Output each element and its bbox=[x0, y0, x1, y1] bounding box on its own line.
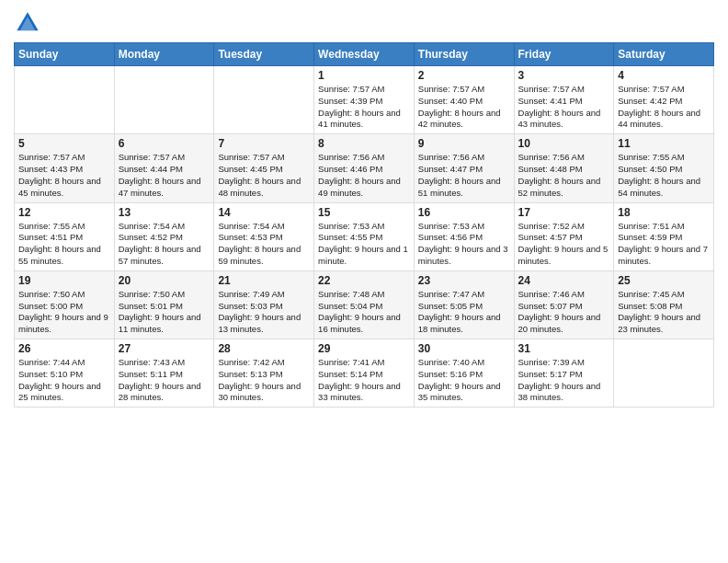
calendar-week-4: 19Sunrise: 7:50 AM Sunset: 5:00 PM Dayli… bbox=[15, 270, 714, 339]
calendar-week-3: 12Sunrise: 7:55 AM Sunset: 4:51 PM Dayli… bbox=[15, 202, 714, 270]
day-info: Sunrise: 7:41 AM Sunset: 5:14 PM Dayligh… bbox=[318, 357, 410, 404]
day-info: Sunrise: 7:52 AM Sunset: 4:57 PM Dayligh… bbox=[518, 221, 610, 268]
day-number: 31 bbox=[518, 342, 610, 355]
calendar-week-2: 5Sunrise: 7:57 AM Sunset: 4:43 PM Daylig… bbox=[15, 134, 714, 202]
day-info: Sunrise: 7:57 AM Sunset: 4:44 PM Dayligh… bbox=[119, 152, 210, 199]
calendar-cell: 12Sunrise: 7:55 AM Sunset: 4:51 PM Dayli… bbox=[15, 202, 115, 270]
day-info: Sunrise: 7:51 AM Sunset: 4:59 PM Dayligh… bbox=[618, 221, 710, 268]
day-number: 23 bbox=[418, 274, 510, 287]
day-info: Sunrise: 7:54 AM Sunset: 4:52 PM Dayligh… bbox=[119, 221, 210, 268]
calendar-cell: 14Sunrise: 7:54 AM Sunset: 4:53 PM Dayli… bbox=[214, 202, 314, 270]
day-info: Sunrise: 7:50 AM Sunset: 5:01 PM Dayligh… bbox=[119, 289, 210, 336]
calendar-week-5: 26Sunrise: 7:44 AM Sunset: 5:10 PM Dayli… bbox=[15, 339, 714, 408]
day-number: 2 bbox=[418, 69, 510, 82]
day-number: 7 bbox=[218, 137, 310, 150]
day-number: 22 bbox=[318, 274, 410, 287]
calendar-cell: 6Sunrise: 7:57 AM Sunset: 4:44 PM Daylig… bbox=[114, 134, 214, 202]
calendar-cell: 7Sunrise: 7:57 AM Sunset: 4:45 PM Daylig… bbox=[214, 134, 314, 202]
day-number: 19 bbox=[18, 274, 110, 287]
day-info: Sunrise: 7:42 AM Sunset: 5:13 PM Dayligh… bbox=[218, 357, 310, 404]
calendar-cell: 4Sunrise: 7:57 AM Sunset: 4:42 PM Daylig… bbox=[614, 66, 714, 134]
day-number: 26 bbox=[18, 342, 110, 355]
calendar-cell: 9Sunrise: 7:56 AM Sunset: 4:47 PM Daylig… bbox=[414, 134, 514, 202]
day-info: Sunrise: 7:57 AM Sunset: 4:42 PM Dayligh… bbox=[618, 84, 710, 131]
day-number: 18 bbox=[618, 206, 710, 219]
day-number: 30 bbox=[418, 342, 510, 355]
calendar-cell: 31Sunrise: 7:39 AM Sunset: 5:17 PM Dayli… bbox=[514, 339, 614, 408]
calendar-cell: 20Sunrise: 7:50 AM Sunset: 5:01 PM Dayli… bbox=[114, 270, 214, 339]
day-header-thursday: Thursday bbox=[414, 43, 514, 66]
day-number: 27 bbox=[119, 342, 210, 355]
day-number: 21 bbox=[218, 274, 310, 287]
page: SundayMondayTuesdayWednesdayThursdayFrid… bbox=[0, 0, 728, 417]
calendar-cell: 28Sunrise: 7:42 AM Sunset: 5:13 PM Dayli… bbox=[214, 339, 314, 408]
day-info: Sunrise: 7:50 AM Sunset: 5:00 PM Dayligh… bbox=[18, 289, 110, 336]
calendar-cell bbox=[15, 66, 115, 134]
calendar-table: SundayMondayTuesdayWednesdayThursdayFrid… bbox=[14, 42, 714, 408]
calendar-cell: 1Sunrise: 7:57 AM Sunset: 4:39 PM Daylig… bbox=[314, 66, 415, 134]
calendar-cell: 8Sunrise: 7:56 AM Sunset: 4:46 PM Daylig… bbox=[314, 134, 415, 202]
day-number: 13 bbox=[119, 206, 210, 219]
day-number: 6 bbox=[119, 137, 210, 150]
day-info: Sunrise: 7:56 AM Sunset: 4:47 PM Dayligh… bbox=[418, 152, 510, 199]
day-info: Sunrise: 7:55 AM Sunset: 4:50 PM Dayligh… bbox=[618, 152, 710, 199]
day-number: 1 bbox=[318, 69, 410, 82]
day-number: 14 bbox=[218, 206, 310, 219]
day-info: Sunrise: 7:48 AM Sunset: 5:04 PM Dayligh… bbox=[318, 289, 410, 336]
day-header-friday: Friday bbox=[514, 43, 614, 66]
day-number: 29 bbox=[318, 342, 410, 355]
calendar-cell: 5Sunrise: 7:57 AM Sunset: 4:43 PM Daylig… bbox=[15, 134, 115, 202]
day-number: 11 bbox=[618, 137, 710, 150]
day-info: Sunrise: 7:49 AM Sunset: 5:03 PM Dayligh… bbox=[218, 289, 310, 336]
day-number: 17 bbox=[518, 206, 610, 219]
calendar-cell: 18Sunrise: 7:51 AM Sunset: 4:59 PM Dayli… bbox=[614, 202, 714, 270]
calendar-cell: 2Sunrise: 7:57 AM Sunset: 4:40 PM Daylig… bbox=[414, 66, 514, 134]
day-info: Sunrise: 7:45 AM Sunset: 5:08 PM Dayligh… bbox=[618, 289, 710, 336]
day-info: Sunrise: 7:57 AM Sunset: 4:41 PM Dayligh… bbox=[518, 84, 610, 131]
day-number: 9 bbox=[418, 137, 510, 150]
calendar-cell: 17Sunrise: 7:52 AM Sunset: 4:57 PM Dayli… bbox=[514, 202, 614, 270]
day-number: 5 bbox=[18, 137, 110, 150]
calendar-cell: 29Sunrise: 7:41 AM Sunset: 5:14 PM Dayli… bbox=[314, 339, 415, 408]
day-info: Sunrise: 7:44 AM Sunset: 5:10 PM Dayligh… bbox=[18, 357, 110, 404]
day-info: Sunrise: 7:54 AM Sunset: 4:53 PM Dayligh… bbox=[218, 221, 310, 268]
day-number: 4 bbox=[618, 69, 710, 82]
day-info: Sunrise: 7:56 AM Sunset: 4:46 PM Dayligh… bbox=[318, 152, 410, 199]
day-header-monday: Monday bbox=[114, 43, 214, 66]
day-number: 24 bbox=[518, 274, 610, 287]
day-info: Sunrise: 7:57 AM Sunset: 4:45 PM Dayligh… bbox=[218, 152, 310, 199]
day-header-tuesday: Tuesday bbox=[214, 43, 314, 66]
calendar-cell: 22Sunrise: 7:48 AM Sunset: 5:04 PM Dayli… bbox=[314, 270, 415, 339]
calendar-cell: 23Sunrise: 7:47 AM Sunset: 5:05 PM Dayli… bbox=[414, 270, 514, 339]
calendar-cell: 15Sunrise: 7:53 AM Sunset: 4:55 PM Dayli… bbox=[314, 202, 415, 270]
day-info: Sunrise: 7:57 AM Sunset: 4:39 PM Dayligh… bbox=[318, 84, 410, 131]
day-info: Sunrise: 7:55 AM Sunset: 4:51 PM Dayligh… bbox=[18, 221, 110, 268]
calendar-cell bbox=[214, 66, 314, 134]
day-number: 28 bbox=[218, 342, 310, 355]
calendar-cell: 11Sunrise: 7:55 AM Sunset: 4:50 PM Dayli… bbox=[614, 134, 714, 202]
calendar-cell: 3Sunrise: 7:57 AM Sunset: 4:41 PM Daylig… bbox=[514, 66, 614, 134]
day-number: 12 bbox=[18, 206, 110, 219]
day-number: 8 bbox=[318, 137, 410, 150]
calendar-cell: 30Sunrise: 7:40 AM Sunset: 5:16 PM Dayli… bbox=[414, 339, 514, 408]
day-number: 15 bbox=[318, 206, 410, 219]
day-number: 20 bbox=[119, 274, 210, 287]
day-header-wednesday: Wednesday bbox=[314, 43, 415, 66]
day-info: Sunrise: 7:47 AM Sunset: 5:05 PM Dayligh… bbox=[418, 289, 510, 336]
calendar-cell: 19Sunrise: 7:50 AM Sunset: 5:00 PM Dayli… bbox=[15, 270, 115, 339]
day-info: Sunrise: 7:57 AM Sunset: 4:40 PM Dayligh… bbox=[418, 84, 510, 131]
header bbox=[14, 9, 714, 37]
calendar-cell: 13Sunrise: 7:54 AM Sunset: 4:52 PM Dayli… bbox=[114, 202, 214, 270]
day-info: Sunrise: 7:46 AM Sunset: 5:07 PM Dayligh… bbox=[518, 289, 610, 336]
calendar-header-row: SundayMondayTuesdayWednesdayThursdayFrid… bbox=[15, 43, 714, 66]
day-number: 16 bbox=[418, 206, 510, 219]
day-number: 3 bbox=[518, 69, 610, 82]
day-number: 10 bbox=[518, 137, 610, 150]
day-info: Sunrise: 7:43 AM Sunset: 5:11 PM Dayligh… bbox=[119, 357, 210, 404]
calendar-cell: 21Sunrise: 7:49 AM Sunset: 5:03 PM Dayli… bbox=[214, 270, 314, 339]
calendar-cell: 26Sunrise: 7:44 AM Sunset: 5:10 PM Dayli… bbox=[15, 339, 115, 408]
calendar-cell bbox=[114, 66, 214, 134]
logo bbox=[14, 9, 45, 37]
logo-icon bbox=[14, 9, 41, 37]
day-info: Sunrise: 7:40 AM Sunset: 5:16 PM Dayligh… bbox=[418, 357, 510, 404]
